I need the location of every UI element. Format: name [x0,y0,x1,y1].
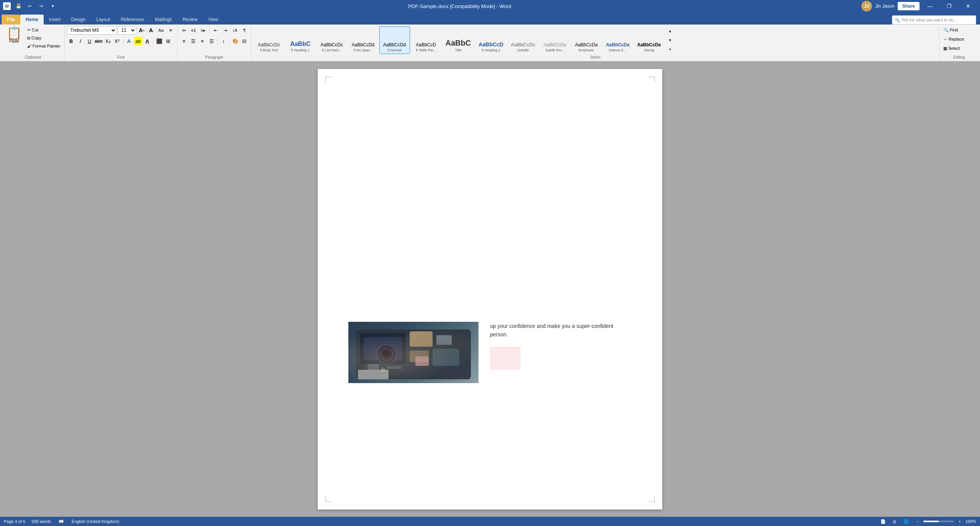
style-intense-e[interactable]: AaBbCcDa Intense E... [602,26,633,54]
underline-button[interactable]: U [85,37,94,45]
replace-button[interactable]: ↔ Replace [942,35,976,43]
tab-view[interactable]: View [203,15,224,25]
font-shrink-button[interactable]: A- [147,26,156,34]
copy-button[interactable]: ⧉ Copy [26,34,62,42]
restore-button[interactable]: ❐ [940,0,958,12]
window-title: PDF-Sample.docx [Compatibility Mode] - W… [408,3,511,9]
tab-design[interactable]: Design [66,15,91,25]
text-effects-button[interactable]: A [125,37,133,45]
style-emphasis[interactable]: AaBbCcDa Emphasis [571,26,601,54]
doc-text-block: up your confidence and make you a super-… [490,322,632,370]
undo-button[interactable]: ↩ [24,1,35,11]
style-label-nospace: ¶ No Spac... [354,48,372,52]
corner-br [648,496,655,502]
proofing-icon[interactable]: 📖 [57,517,65,526]
bold-button[interactable]: B [67,37,75,45]
user-name: Jin Jason [875,3,895,9]
qs-more-button[interactable]: ▾ [47,1,58,11]
style-heading1[interactable]: AaBbC ¶ Heading 1 [285,26,316,54]
style-body-text[interactable]: AaBbCcDc ¶ Body Text [254,26,284,54]
style-heading2[interactable]: AaBbCcD ¶ Heading 2 [475,26,507,54]
superscript-button[interactable]: X² [113,37,121,45]
select-button[interactable]: ▦ Select [942,44,976,52]
change-case-button[interactable]: Aa [157,26,165,34]
subscript-button[interactable]: X₂ [104,37,112,45]
style-subtitle[interactable]: AaBbCcDc Subtitle [508,26,539,54]
style-preview-body: AaBbCcDc [258,42,280,48]
style-preview-tablepar: AaBbCcD [416,42,436,48]
format-painter-button[interactable]: 🖌 Format Painter [26,42,62,50]
tell-me-input[interactable]: 🔍 Tell me what you want to do... [892,15,976,25]
clear-format-button[interactable]: ✕ [167,26,175,34]
tab-mailings[interactable]: Mailings [150,15,177,25]
shading-button[interactable]: ⬛ [155,37,163,45]
decrease-indent-button[interactable]: ⇤ [212,26,220,34]
shading-para-button[interactable]: 🎨 [231,37,240,45]
numbering-button[interactable]: ≡1 [189,26,198,34]
multilevel-button[interactable]: ≡▸ [199,26,207,34]
show-hide-button[interactable]: ¶ [240,26,249,34]
paste-icon: 📋 [7,27,22,39]
print-layout-button[interactable]: 🖨 [890,517,899,526]
tab-home[interactable]: Home [20,15,44,25]
font-name-select[interactable]: Trebuchet MS [67,26,117,34]
tab-layout[interactable]: Layout [91,15,115,25]
close-button[interactable]: ✕ [959,0,977,12]
justify-button[interactable]: ☰ [207,37,216,45]
borders-para-button[interactable]: ⊟ [240,37,249,45]
strikethrough-button[interactable]: abc [95,37,103,45]
style-table-par[interactable]: AaBbCcD ¶ Table Par... [411,26,441,54]
share-button[interactable]: Share [898,2,920,10]
read-mode-button[interactable]: 📄 [879,517,887,526]
cut-label: Cut [32,28,38,32]
borders-button[interactable]: ⊞ [164,37,173,45]
font-grow-button[interactable]: A+ [137,26,146,34]
web-layout-button[interactable]: 🌐 [902,517,910,526]
find-label: Find [950,28,958,32]
styles-scroll-down[interactable]: ▼ [666,36,674,44]
minimize-button[interactable]: — [921,0,939,12]
style-strong[interactable]: AaBbCcDe Strong [634,26,664,54]
tab-insert[interactable]: Insert [44,15,66,25]
style-title[interactable]: AaBbC Title [442,26,475,54]
font-size-select[interactable]: 11 [118,26,136,34]
page1-content: up your confidence and make you a super-… [348,322,632,383]
highlight-button[interactable]: ab [134,37,142,45]
style-preview-normal: AaBbCcDd [383,42,406,48]
increase-indent-button[interactable]: ⇥ [221,26,230,34]
style-label-list: ¶ List Para... [322,48,341,52]
ribbon-group-clipboard: 📋 Paste ✂ Cut ⧉ Copy 🖌 Format [2,25,65,61]
zoom-slider[interactable] [923,521,954,522]
find-button[interactable]: 🔍 Find [942,26,976,34]
sep2 [217,38,218,44]
italic-button[interactable]: I [76,37,85,45]
image-overlay [348,322,479,383]
line-spacing-button[interactable]: ↕ [219,37,228,45]
align-right-button[interactable]: ≡ [198,37,207,45]
cut-button[interactable]: ✂ Cut [26,26,62,34]
tab-review[interactable]: Review [177,15,203,25]
paste-button[interactable]: 📋 Paste [4,26,24,44]
align-left-button[interactable]: ≡ [180,37,188,45]
separator [123,38,123,44]
window-controls: JJ Jin Jason Share — ❐ ✕ [861,0,977,12]
align-center-button[interactable]: ☰ [189,37,198,45]
style-no-space[interactable]: AaBbCcDd ¶ No Spac... [348,26,379,54]
font-name-row: Trebuchet MS 11 A+ A- Aa ✕ [67,26,175,34]
save-button[interactable]: 💾 [13,1,24,11]
style-normal[interactable]: AaBbCcDd ¶ Normal [379,26,410,54]
redo-button[interactable]: ↪ [36,1,47,11]
styles-scroll-up[interactable]: ▲ [666,27,674,35]
sort-button[interactable]: ↕A [231,26,239,34]
zoom-out-button[interactable]: − [913,517,922,526]
style-label-body: ¶ Body Text [260,48,278,52]
styles-more[interactable]: ▾ [666,46,674,53]
clipboard-right-buttons: ✂ Cut ⧉ Copy 🖌 Format Painter [26,26,62,50]
zoom-in-button[interactable]: + [956,517,964,526]
tab-file[interactable]: File [2,15,20,25]
bullets-button[interactable]: ≡• [180,26,188,34]
tab-references[interactable]: References [115,15,149,25]
font-color-button[interactable]: A [143,37,152,45]
style-list-para[interactable]: AaBbCcDc ¶ List Para... [317,26,347,54]
style-subtle-em[interactable]: AaBbCcDa Subtle Em... [539,26,570,54]
